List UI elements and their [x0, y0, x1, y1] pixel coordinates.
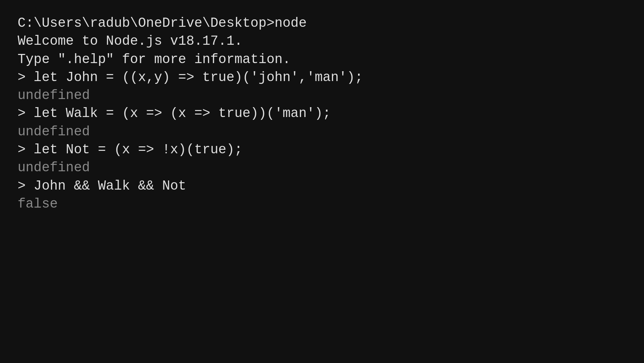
terminal-line-1: C:\Users\radub\OneDrive\Desktop>node: [18, 14, 626, 32]
terminal-line-10: > John && Walk && Not: [18, 177, 626, 195]
terminal-line-7: undefined: [18, 123, 626, 141]
terminal-line-6: > let Walk = (x => (x => true))('man');: [18, 104, 626, 122]
terminal-line-5: undefined: [18, 86, 626, 104]
terminal-line-3: Type ".help" for more information.: [18, 50, 626, 68]
terminal-line-8: > let Not = (x => !x)(true);: [18, 141, 626, 159]
terminal-line-9: undefined: [18, 159, 626, 177]
terminal-line-11: false: [18, 195, 626, 213]
terminal-line-2: Welcome to Node.js v18.17.1.: [18, 32, 626, 50]
terminal-window: C:\Users\radub\OneDrive\Desktop>node Wel…: [0, 0, 644, 363]
terminal-line-4: > let John = ((x,y) => true)('john','man…: [18, 68, 626, 86]
